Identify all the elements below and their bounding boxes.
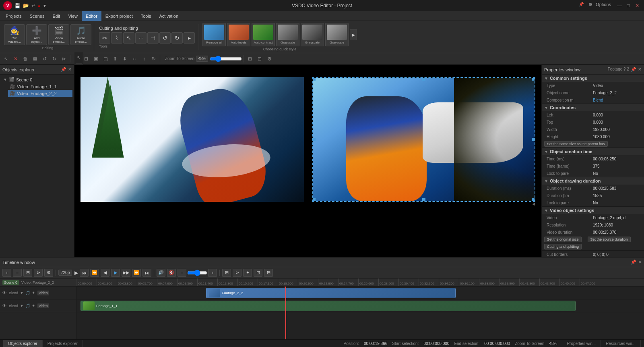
lock-pare2-value[interactable]: No [593, 201, 642, 205]
rotate-btn[interactable]: ↻ [149, 54, 158, 63]
handle-mr[interactable] [532, 138, 535, 141]
dur-ms-value[interactable]: 00:00:25.583 [593, 186, 642, 191]
auto-contrast-button[interactable]: Auto contrast [252, 23, 275, 46]
close-button[interactable]: ✕ [634, 2, 641, 9]
menu-edit[interactable]: Edit [48, 11, 64, 21]
statusbar-props-tab[interactable]: Properties win... [562, 340, 601, 347]
more-icon[interactable]: ▸ [184, 32, 195, 44]
handle-tr[interactable] [532, 77, 535, 81]
dropdown-icon[interactable]: ▼ [43, 4, 47, 8]
quick-style-more-icon[interactable]: ▸ [350, 29, 357, 40]
split-icon[interactable]: ⌇ [111, 32, 122, 44]
source-duration-button[interactable]: Set the source duration [588, 237, 631, 242]
tl-fx[interactable]: ✦ [243, 269, 252, 277]
handle-ml[interactable] [312, 138, 316, 141]
delete-btn[interactable]: 🗑 [21, 54, 30, 63]
audio-effects-button[interactable]: 🎵 Audioeffects... [70, 24, 91, 45]
cut-tool-btn[interactable]: ✕ [11, 54, 20, 63]
bring-front-btn[interactable]: ⬆ [111, 54, 120, 63]
tl-close-icon[interactable]: ✕ [638, 260, 642, 265]
video-effects-button[interactable]: 🎬 Videoeffects... [48, 24, 69, 45]
trim-icon[interactable]: ⊣ [147, 32, 159, 44]
common-settings-header[interactable]: ▼ Common settings [542, 75, 644, 82]
undo-btn[interactable]: ↺ [40, 54, 49, 63]
tl-vol-minus[interactable]: − [178, 269, 186, 277]
lock-pare1-value[interactable]: No [593, 171, 642, 176]
objname-value[interactable]: Footage_2_2 [593, 91, 642, 95]
clip-footage1[interactable]: Footage_1_1 [80, 301, 576, 311]
statusbar-resources-tab[interactable]: Resources win... [601, 340, 641, 347]
menu-view[interactable]: View [64, 11, 82, 21]
snap-btn[interactable]: ⊡ [255, 54, 264, 63]
undo-icon[interactable]: ↩ [31, 3, 35, 8]
top-value[interactable]: 0.000 [593, 120, 642, 125]
run-wizard-button[interactable]: 🧙 RunWizard... [4, 24, 25, 45]
close-panel-icon[interactable]: ✕ [68, 67, 72, 72]
original-size-button[interactable]: Set the original size [544, 237, 582, 242]
pin-icon[interactable]: 📌 [579, 2, 584, 9]
left-value[interactable]: 0.000 [593, 113, 642, 117]
tree-footage1[interactable]: 🎥 Video: Footage_1_1 [8, 83, 72, 90]
tl-end[interactable]: ⏭ [142, 269, 151, 277]
maximize-button[interactable]: □ [625, 2, 632, 9]
handle-br[interactable] [532, 198, 535, 202]
track1-eye[interactable]: 👁 [2, 290, 7, 296]
select-icon[interactable]: ↖ [123, 32, 134, 44]
menu-scenes[interactable]: Scenes [26, 11, 49, 21]
tl-markers2[interactable]: ⊳ [233, 269, 242, 277]
track2-expand[interactable]: ▼ [20, 303, 24, 308]
time-ms-value[interactable]: 00:00:06.250 [593, 157, 642, 161]
creation-time-header[interactable]: ▼ Object creation time [542, 148, 644, 155]
drawing-duration-header[interactable]: ▼ Object drawing duration [542, 177, 644, 185]
comp-value[interactable]: Blend [593, 98, 642, 102]
minimize-button[interactable]: — [616, 2, 623, 9]
track2-blend[interactable]: Blend [9, 304, 18, 308]
tl-snap[interactable]: ⊞ [222, 269, 231, 277]
cutting-splitting-button[interactable]: Cutting and splitting [544, 244, 582, 249]
tl-extra[interactable]: ⊡ [254, 269, 262, 277]
tl-settings2[interactable]: ⚙ [44, 269, 53, 277]
tl-prev[interactable]: ◀ [101, 269, 109, 277]
menu-projects[interactable]: Projects [2, 11, 26, 21]
add-object-button[interactable]: ➕ Addobject... [26, 24, 47, 45]
handle-tm[interactable] [422, 77, 425, 81]
tl-marker[interactable]: ⊳ [34, 269, 43, 277]
grayscale2-button[interactable]: Grayscale [301, 23, 324, 46]
statusbar-tab-projects[interactable]: Projects explorer [43, 340, 83, 347]
tl-add-track[interactable]: + [2, 269, 11, 277]
forward-btn[interactable]: ⊳ [60, 54, 68, 63]
auto-levels-button[interactable]: Auto levels [227, 23, 250, 46]
titlebar-controls[interactable]: 📌 ⚙ Options — □ ✕ [579, 2, 641, 9]
clip-footage2[interactable]: Footage_2_2 [206, 288, 456, 298]
tl-pin-icon[interactable]: 📌 [631, 260, 636, 265]
prop-pin-icon[interactable]: 📌 [631, 67, 636, 72]
flip-v-btn[interactable]: ↕ [140, 54, 149, 63]
tl-more2[interactable]: ⊟ [264, 269, 273, 277]
track1-blend[interactable]: Blend [9, 291, 18, 295]
tl-volume[interactable]: 🔊 [157, 269, 165, 277]
options-label[interactable]: Options [596, 2, 611, 9]
cut-icon[interactable]: ✂ [99, 32, 110, 44]
coordinates-header[interactable]: ▼ Coordinates [542, 104, 644, 111]
move-icon[interactable]: ↔ [135, 32, 147, 44]
handle-tl[interactable] [312, 77, 316, 81]
tl-next[interactable]: ▶▶ [122, 269, 130, 277]
flip-h-btn[interactable]: ↔ [130, 54, 139, 63]
tl-remove-track[interactable]: − [13, 269, 22, 277]
time-frame-value[interactable]: 375 [593, 164, 642, 168]
prop-close-icon[interactable]: ✕ [638, 67, 642, 72]
settings-btn2[interactable]: ⚙ [265, 54, 274, 63]
group-btn[interactable]: ▣ [91, 54, 100, 63]
select-tool-btn[interactable]: ↖ [2, 54, 10, 63]
tl-play[interactable]: ▶ [111, 269, 120, 277]
tl-prev-frame[interactable]: ⏪ [90, 269, 99, 277]
grayscale3-button[interactable]: Grayscale [325, 23, 349, 46]
save-icon[interactable]: 💾 [14, 3, 21, 8]
grayscale1-button[interactable]: Grayscale [276, 23, 299, 46]
dur-frame-value[interactable]: 1535 [593, 193, 642, 198]
redo-btn[interactable]: ↻ [50, 54, 59, 63]
redo-tool-icon[interactable]: ↻ [171, 32, 183, 44]
tree-scene0[interactable]: ▼ 🎬 Scene 0 [2, 76, 72, 83]
ungroup-btn[interactable]: ▢ [101, 54, 110, 63]
tree-footage2[interactable]: 🎥 Video: Footage_2_2 [8, 90, 72, 97]
